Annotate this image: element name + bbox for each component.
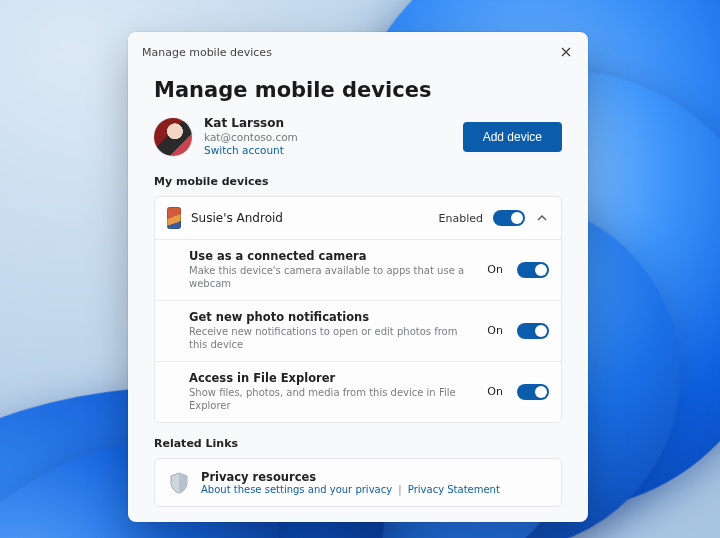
setting-desc: Receive new notifications to open or edi… (189, 325, 469, 351)
device-card: Susie's Android Enabled Use as a connect… (154, 196, 562, 423)
setting-state: On (487, 324, 503, 337)
devices-section-label: My mobile devices (154, 175, 562, 188)
setting-state: On (487, 263, 503, 276)
setting-title: Use as a connected camera (189, 249, 469, 263)
device-header[interactable]: Susie's Android Enabled (155, 197, 561, 239)
account-row: Kat Larsson kat@contoso.com Switch accou… (154, 116, 562, 157)
titlebar: Manage mobile devices (128, 32, 588, 70)
window-title: Manage mobile devices (142, 46, 272, 59)
related-links-card: Privacy resources About these settings a… (154, 458, 562, 507)
related-title: Privacy resources (201, 470, 500, 484)
account-email: kat@contoso.com (204, 131, 451, 144)
setting-title: Get new photo notifications (189, 310, 469, 324)
close-icon (561, 47, 571, 57)
setting-file-explorer: Access in File Explorer Show files, phot… (155, 362, 561, 422)
close-button[interactable] (554, 40, 578, 64)
switch-account-link[interactable]: Switch account (204, 144, 451, 157)
shield-icon (169, 472, 189, 494)
privacy-statement-link[interactable]: Privacy Statement (408, 484, 500, 495)
setting-desc: Show files, photos, and media from this … (189, 386, 469, 412)
setting-desc: Make this device's camera available to a… (189, 264, 469, 290)
link-separator: | (398, 484, 401, 495)
settings-dialog: Manage mobile devices Manage mobile devi… (128, 32, 588, 522)
setting-connected-camera: Use as a connected camera Make this devi… (155, 240, 561, 300)
setting-title: Access in File Explorer (189, 371, 469, 385)
setting-photo-notifications: Get new photo notifications Receive new … (155, 301, 561, 361)
avatar (154, 118, 192, 156)
privacy-about-link[interactable]: About these settings and your privacy (201, 484, 392, 495)
setting-toggle-camera[interactable] (517, 262, 549, 278)
account-name: Kat Larsson (204, 116, 451, 131)
page-title: Manage mobile devices (154, 78, 562, 102)
setting-toggle-explorer[interactable] (517, 384, 549, 400)
setting-toggle-photos[interactable] (517, 323, 549, 339)
device-name: Susie's Android (191, 211, 429, 225)
add-device-button[interactable]: Add device (463, 122, 562, 152)
chevron-up-icon (535, 211, 549, 225)
related-section-label: Related Links (154, 437, 562, 450)
setting-state: On (487, 385, 503, 398)
phone-icon (167, 207, 181, 229)
device-enabled-toggle[interactable] (493, 210, 525, 226)
device-state-label: Enabled (439, 212, 483, 225)
